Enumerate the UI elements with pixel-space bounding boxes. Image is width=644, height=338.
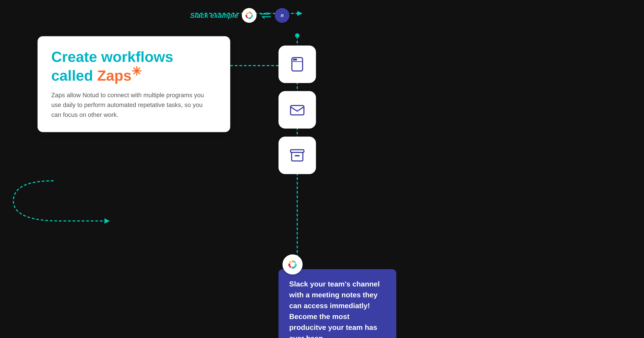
icon-box-archive bbox=[278, 136, 316, 174]
icon-boxes-container bbox=[278, 46, 316, 174]
card-title: Create workflows called Zaps✳ bbox=[51, 48, 216, 84]
icon-box-email bbox=[278, 91, 316, 128]
email-icon bbox=[289, 102, 305, 118]
slack-icon-bottom bbox=[282, 254, 302, 274]
main-card: Create workflows called Zaps✳ Zaps allow… bbox=[38, 36, 230, 132]
card-title-orange: Zaps bbox=[97, 67, 132, 84]
svg-rect-23 bbox=[292, 152, 303, 161]
svg-point-29 bbox=[289, 261, 291, 263]
slack-icon-top bbox=[242, 8, 256, 23]
svg-point-4 bbox=[295, 33, 299, 38]
svg-marker-9 bbox=[104, 218, 110, 224]
svg-point-31 bbox=[289, 266, 291, 268]
bottom-card: Slack your team's channel with a meeting… bbox=[278, 269, 396, 338]
zap-asterisk: ✳ bbox=[132, 65, 142, 78]
svg-point-17 bbox=[250, 16, 252, 18]
exchange-icon bbox=[260, 12, 271, 19]
icon-box-document bbox=[278, 46, 316, 83]
svg-point-14 bbox=[246, 12, 248, 14]
svg-point-16 bbox=[246, 16, 248, 18]
bottom-card-text: Slack your team's channel with a meeting… bbox=[289, 278, 386, 338]
notud-icon-top: n bbox=[275, 8, 290, 23]
svg-point-15 bbox=[250, 12, 252, 14]
svg-rect-20 bbox=[293, 59, 297, 60]
svg-point-30 bbox=[294, 261, 296, 263]
slack-svg bbox=[244, 11, 254, 20]
card-description: Zaps allow Notud to connect with multipl… bbox=[51, 90, 212, 120]
archive-icon bbox=[289, 147, 305, 164]
svg-point-32 bbox=[294, 266, 296, 268]
svg-rect-21 bbox=[290, 106, 304, 115]
bottom-section: Slack your team's channel with a meeting… bbox=[278, 254, 396, 338]
svg-rect-24 bbox=[295, 155, 300, 156]
svg-marker-1 bbox=[297, 11, 302, 16]
document-icon bbox=[289, 56, 305, 72]
slack-example-label: Slack example bbox=[190, 12, 238, 20]
